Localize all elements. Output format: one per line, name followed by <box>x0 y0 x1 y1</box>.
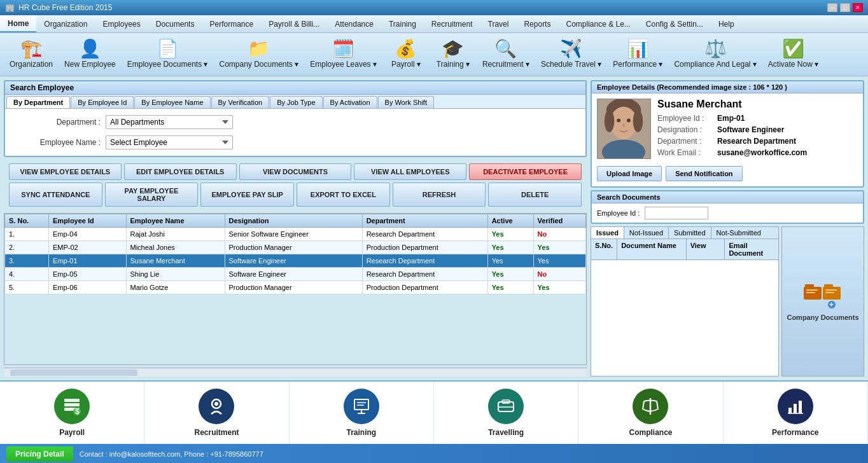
toolbar-compliance-legal[interactable]: ⚖️ Compliance And Legal ▾ <box>669 37 760 72</box>
horizontal-scrollbar[interactable] <box>4 368 587 377</box>
table-row[interactable]: 2. EMP-02 Micheal Jones Production Manag… <box>5 241 586 254</box>
svg-rect-20 <box>64 399 80 402</box>
col-department: Department <box>362 214 487 228</box>
menu-recruitment[interactable]: Recruitment <box>424 15 480 32</box>
doc-col-sno: S.No. <box>591 239 617 259</box>
menu-payroll[interactable]: Payroll & Billi... <box>261 15 327 32</box>
app-title: HR Cube Free Edition 2015 <box>18 3 112 12</box>
toolbar-schedule-travel[interactable]: ✈️ Schedule Travel ▾ <box>536 37 606 72</box>
refresh-button[interactable]: REFRESH <box>393 183 486 207</box>
pay-employee-salary-button[interactable]: PAY EMPLOYEE SALARY <box>105 183 199 207</box>
table-row[interactable]: 5. Emp-06 Mario Gotze Production Manager… <box>5 281 586 294</box>
pricing-detail-button[interactable]: Pricing Detail <box>6 446 73 462</box>
employee-name-select[interactable]: Select Employee <box>106 135 233 149</box>
title-bar: 🏢 HR Cube Free Edition 2015 ─ □ ✕ <box>0 0 868 15</box>
doc-tab-submitted[interactable]: Submitted <box>669 227 711 238</box>
cell-active: Yes <box>487 268 533 281</box>
sync-attendance-button[interactable]: SYNC ATTENDANCE <box>9 183 102 207</box>
menu-compliance[interactable]: Compliance & Le... <box>558 15 638 32</box>
cell-employee-name: Shing Lie <box>126 268 225 281</box>
cell-verified: Yes <box>533 281 585 294</box>
department-select[interactable]: All Departments <box>106 115 233 129</box>
col-employee-name: Employee Name <box>126 214 225 228</box>
table-row[interactable]: 3. Emp-01 Susane Merchant Software Engin… <box>5 254 586 268</box>
bottom-recruitment-button[interactable]: Recruitment <box>144 382 289 444</box>
toolbar-activate-now[interactable]: ✅ Activate Now ▾ <box>764 37 823 72</box>
app-icon: 🏢 <box>5 3 15 12</box>
toolbar-performance[interactable]: 📊 Performance ▾ <box>608 37 667 72</box>
menu-bar: Home Organization Employees Documents Pe… <box>0 15 868 33</box>
bottom-compliance-button[interactable]: Compliance <box>578 382 723 444</box>
table-row[interactable]: 1. Emp-04 Rajat Joshi Senior Software En… <box>5 228 586 241</box>
menu-attendance[interactable]: Attendance <box>327 15 381 32</box>
view-documents-button[interactable]: VIEW DOCUMENTS <box>239 163 352 180</box>
toolbar-new-employee[interactable]: 👤 New Employee <box>60 37 120 72</box>
cell-designation: Production Manager <box>225 241 362 254</box>
send-notification-button[interactable]: Send Notification <box>666 166 742 181</box>
menu-travel[interactable]: Travel <box>480 15 517 32</box>
toolbar-training[interactable]: 🎓 Training ▾ <box>431 37 475 72</box>
doc-tabs-panel: Issued Not-Issued Submitted Not-Submitte… <box>591 226 779 377</box>
doc-col-name: Document Name <box>617 239 687 259</box>
cell-verified: No <box>533 268 585 281</box>
organization-icon: 🏗️ <box>20 40 43 58</box>
close-button[interactable]: ✕ <box>853 3 863 12</box>
menu-training[interactable]: Training <box>381 15 424 32</box>
toolbar-organization[interactable]: 🏗️ Organization <box>5 37 57 72</box>
cell-employee-id: Emp-04 <box>49 228 127 241</box>
bottom-payroll-button[interactable]: $ Payroll <box>0 382 144 444</box>
tab-by-department[interactable]: By Department <box>6 96 70 108</box>
toolbar: 🏗️ Organization 👤 New Employee 📄 Employe… <box>0 33 868 76</box>
svg-rect-14 <box>806 289 818 291</box>
svg-point-7 <box>622 123 625 127</box>
bottom-travelling-button[interactable]: Travelling <box>434 382 578 444</box>
employee-table-wrapper[interactable]: S. No. Employee Id Employee Name Designa… <box>4 213 587 365</box>
tab-by-employee-id[interactable]: By Employee Id <box>71 96 134 108</box>
tab-by-activation[interactable]: By Activation <box>323 96 377 108</box>
doc-tab-not-issued[interactable]: Not-Issued <box>624 227 669 238</box>
company-documents-icon: 📁 <box>248 40 270 58</box>
maximize-button[interactable]: □ <box>840 3 850 12</box>
menu-performance[interactable]: Performance <box>202 15 261 32</box>
svg-text:$: $ <box>75 407 80 416</box>
tab-by-work-shift[interactable]: By Work Shift <box>378 96 434 108</box>
department-detail-label: Department : <box>657 137 715 146</box>
company-docs-panel[interactable]: + Company Documents <box>781 226 864 377</box>
svg-rect-21 <box>64 403 80 406</box>
edit-employee-details-button[interactable]: EDIT EMPLOYEE DETAILS <box>124 163 237 180</box>
minimize-button[interactable]: ─ <box>827 3 837 12</box>
delete-button[interactable]: DELETE <box>488 183 582 207</box>
menu-organization[interactable]: Organization <box>36 15 95 32</box>
menu-documents[interactable]: Documents <box>148 15 202 32</box>
menu-home[interactable]: Home <box>0 15 36 32</box>
employee-details-title: Employee Details (Recommended image size… <box>592 81 863 93</box>
menu-help[interactable]: Help <box>711 15 742 32</box>
toolbar-company-documents[interactable]: 📁 Company Documents ▾ <box>214 37 303 72</box>
bottom-training-button[interactable]: Training <box>290 382 434 444</box>
bottom-performance-button[interactable]: Performance <box>724 382 868 444</box>
search-docs-title: Search Documents <box>592 191 863 204</box>
doc-tab-issued[interactable]: Issued <box>591 227 624 238</box>
company-docs-label: Company Documents <box>787 314 858 321</box>
deactivate-employee-button[interactable]: DEACTIVATE EMPLOYEE <box>469 163 582 180</box>
tab-by-job-type[interactable]: By Job Type <box>270 96 322 108</box>
view-all-employees-button[interactable]: VIEW ALL EMPLOYEES <box>354 163 466 180</box>
upload-image-button[interactable]: Upload Image <box>597 166 662 181</box>
toolbar-recruitment[interactable]: 🔍 Recruitment ▾ <box>478 37 534 72</box>
employee-pay-slip-button[interactable]: EMPLOYEE PAY SLIP <box>200 183 294 207</box>
svg-rect-15 <box>806 292 815 293</box>
doc-tab-not-submitted[interactable]: Not-Submitted <box>711 227 766 238</box>
menu-config[interactable]: Config & Settin... <box>638 15 711 32</box>
search-docs-empid-input[interactable] <box>645 207 708 219</box>
tab-by-verification[interactable]: By Verification <box>211 96 270 108</box>
menu-employees[interactable]: Employees <box>95 15 148 32</box>
table-row[interactable]: 4. Emp-05 Shing Lie Software Engineer Re… <box>5 268 586 281</box>
toolbar-employee-leaves[interactable]: 🗓️ Employee Leaves ▾ <box>305 37 381 72</box>
toolbar-payroll[interactable]: 💰 Payroll ▾ <box>384 37 428 72</box>
view-employee-details-button[interactable]: VIEW EMPLOYEE DETAILS <box>9 163 122 180</box>
export-to-excel-button[interactable]: EXPORT TO EXCEL <box>297 183 390 207</box>
cell-employee-name: Susane Merchant <box>126 254 225 268</box>
tab-by-employee-name[interactable]: By Employee Name <box>134 96 210 108</box>
menu-reports[interactable]: Reports <box>516 15 558 32</box>
toolbar-employee-documents[interactable]: 📄 Employee Documents ▾ <box>123 37 213 72</box>
